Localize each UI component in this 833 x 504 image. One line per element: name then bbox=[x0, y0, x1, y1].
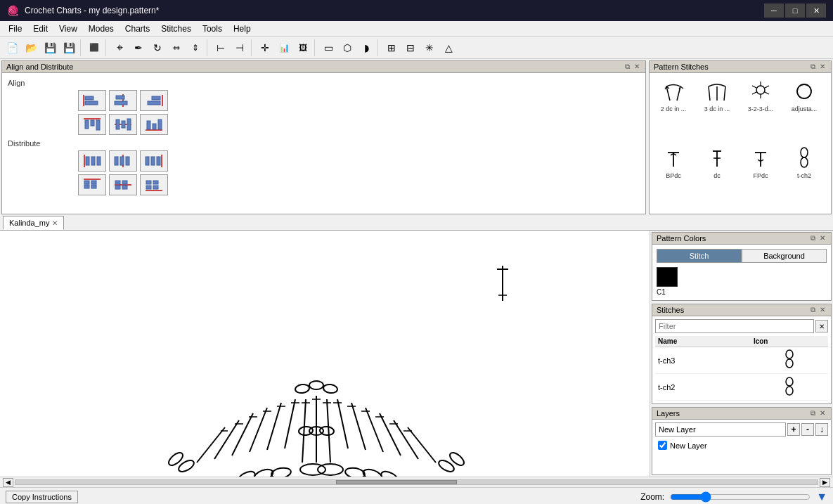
stitch-row-tch2[interactable]: t-ch2 bbox=[655, 374, 828, 401]
align-left-button[interactable] bbox=[78, 90, 106, 111]
scroll-right-button[interactable]: ▶ bbox=[820, 478, 830, 487]
save-as-button[interactable]: 💾 bbox=[60, 39, 78, 57]
dist-bottom-button[interactable] bbox=[140, 174, 168, 195]
h-scrollbar[interactable]: ◀ ▶ bbox=[0, 477, 833, 487]
layer-remove-button[interactable]: - bbox=[801, 423, 814, 436]
tab-close-button[interactable]: ✕ bbox=[52, 219, 58, 227]
color-swatch-c1[interactable] bbox=[657, 267, 678, 287]
tab-kalinda[interactable]: Kalinda_my ✕ bbox=[3, 216, 64, 230]
dist-top-button[interactable] bbox=[78, 174, 106, 195]
status-bar: Copy Instructions Zoom: ▼ bbox=[0, 487, 833, 504]
layer-visible-checkbox[interactable] bbox=[658, 441, 667, 450]
align-center-v-button[interactable] bbox=[109, 114, 137, 135]
align-panel-float[interactable]: ⧉ bbox=[624, 63, 631, 71]
svg-line-90 bbox=[337, 399, 348, 448]
dist-center-h-button[interactable] bbox=[109, 150, 137, 172]
lp-float[interactable]: ⧉ bbox=[809, 409, 817, 418]
stitch-item-bpdc[interactable]: BPdc bbox=[652, 143, 695, 208]
stitch-tab[interactable]: Stitch bbox=[657, 249, 742, 263]
grid1-button[interactable]: ⊞ bbox=[382, 39, 401, 57]
layer-move-button[interactable]: ↓ bbox=[815, 423, 828, 436]
lp-close[interactable]: ✕ bbox=[818, 409, 827, 418]
export-png-button[interactable]: 🖼 bbox=[294, 39, 312, 57]
zoom-slider[interactable] bbox=[670, 491, 811, 503]
ps-float[interactable]: ⧉ bbox=[809, 63, 817, 71]
menu-view[interactable]: View bbox=[53, 22, 83, 35]
export-pdf-button[interactable]: 📊 bbox=[275, 39, 293, 57]
stitch-search-input[interactable] bbox=[655, 319, 814, 333]
stitch-row-tch3[interactable]: t-ch3 bbox=[655, 347, 828, 374]
menu-charts[interactable]: Charts bbox=[120, 22, 155, 35]
svg-line-72 bbox=[267, 403, 281, 450]
svg-rect-15 bbox=[122, 121, 125, 128]
canvas-area[interactable] bbox=[0, 231, 650, 477]
svg-line-100 bbox=[408, 427, 436, 463]
align-panel-close[interactable]: ✕ bbox=[633, 63, 641, 71]
minimize-button[interactable]: ─ bbox=[764, 4, 784, 18]
align-right-button[interactable] bbox=[140, 90, 168, 111]
shape-button[interactable]: ⬡ bbox=[338, 39, 356, 57]
stitch-name-tch2: t-ch2 bbox=[655, 374, 751, 401]
ps-close[interactable]: ✕ bbox=[818, 63, 827, 71]
copy-instructions-button[interactable]: Copy Instructions bbox=[6, 491, 78, 503]
align-center-h-button[interactable] bbox=[109, 90, 137, 111]
import-button[interactable]: ⬛ bbox=[85, 39, 103, 57]
insert-button[interactable]: ✛ bbox=[256, 39, 274, 57]
svg-point-112 bbox=[786, 377, 793, 386]
menu-tools[interactable]: Tools bbox=[197, 22, 228, 35]
rect-button[interactable]: ▭ bbox=[319, 39, 337, 57]
align-bottom-button[interactable] bbox=[140, 114, 168, 135]
menu-edit[interactable]: Edit bbox=[27, 22, 53, 35]
align-l-button[interactable]: ⊢ bbox=[212, 39, 230, 57]
sp-float[interactable]: ⧉ bbox=[809, 306, 817, 314]
radial-button[interactable]: ✳ bbox=[420, 39, 439, 57]
stitch-svg-bpdc bbox=[659, 146, 687, 170]
stitch-item-fpdc[interactable]: FPdc bbox=[740, 143, 782, 208]
stitch-item-dc[interactable]: dc bbox=[696, 143, 738, 208]
triangle-button[interactable]: △ bbox=[439, 39, 458, 57]
dist-center-v-button[interactable] bbox=[109, 174, 137, 195]
layer-name-input[interactable] bbox=[655, 422, 786, 437]
scroll-left-button[interactable]: ◀ bbox=[3, 478, 13, 487]
h-scroll-track[interactable] bbox=[15, 479, 818, 485]
rotate-button[interactable]: ↻ bbox=[148, 39, 167, 57]
dist-left-button[interactable] bbox=[78, 150, 106, 172]
stitch-clear-button[interactable]: ✕ bbox=[815, 320, 828, 332]
canvas-scroll[interactable] bbox=[0, 231, 650, 477]
svg-rect-37 bbox=[91, 185, 96, 188]
flip-h-button[interactable]: ⇔ bbox=[167, 39, 186, 57]
save-button[interactable]: 💾 bbox=[41, 39, 59, 57]
lasso-button[interactable]: ✒ bbox=[129, 39, 148, 57]
pc-float[interactable]: ⧉ bbox=[809, 234, 817, 243]
close-button[interactable]: ✕ bbox=[806, 4, 826, 18]
arc-button[interactable]: ◗ bbox=[357, 39, 375, 57]
svg-rect-32 bbox=[157, 157, 160, 165]
menu-stitches[interactable]: Stitches bbox=[155, 22, 197, 35]
align-top-button[interactable] bbox=[78, 114, 106, 135]
menu-modes[interactable]: Modes bbox=[83, 22, 120, 35]
layer-item-new[interactable]: New Layer bbox=[655, 439, 828, 451]
pc-close[interactable]: ✕ bbox=[818, 234, 827, 243]
dist-top-icon bbox=[82, 177, 103, 193]
stitch-item-adjusta[interactable]: adjusta... bbox=[783, 76, 825, 141]
new-button[interactable]: 📄 bbox=[3, 39, 21, 57]
background-tab[interactable]: Background bbox=[742, 249, 827, 263]
menu-help[interactable]: Help bbox=[228, 22, 257, 35]
crochet-pattern-svg bbox=[0, 245, 633, 477]
h-scroll-thumb[interactable] bbox=[336, 480, 456, 484]
open-button[interactable]: 📂 bbox=[22, 39, 40, 57]
maximize-button[interactable]: □ bbox=[785, 4, 805, 18]
stitch-item-tch2[interactable]: t-ch2 bbox=[783, 143, 825, 208]
stitch-item-3dc[interactable]: 3 dc in ... bbox=[696, 76, 738, 141]
dist-right-button[interactable] bbox=[140, 150, 168, 172]
sp-close[interactable]: ✕ bbox=[818, 306, 827, 314]
stitch-item-323d[interactable]: 3-2-3-d... bbox=[740, 76, 782, 141]
svg-point-57 bbox=[801, 148, 808, 157]
flip-v-button[interactable]: ⇕ bbox=[186, 39, 205, 57]
layer-add-button[interactable]: + bbox=[787, 423, 800, 436]
menu-file[interactable]: File bbox=[3, 22, 27, 35]
stitch-item-2dc[interactable]: 2 dc in ... bbox=[652, 76, 695, 141]
select-button[interactable]: ⌖ bbox=[110, 39, 129, 57]
align-r-button[interactable]: ⊣ bbox=[231, 39, 249, 57]
grid2-button[interactable]: ⊟ bbox=[401, 39, 420, 57]
